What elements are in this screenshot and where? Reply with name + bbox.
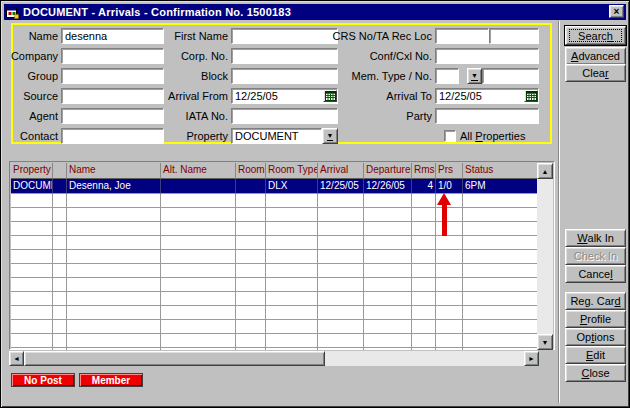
close-window-button[interactable]: Close: [565, 364, 626, 382]
column-header[interactable]: Room: [236, 163, 266, 179]
cell: [364, 222, 412, 236]
property-label: Property: [157, 129, 228, 144]
scroll-right-button[interactable]: ►: [524, 351, 539, 366]
column-header[interactable]: Alt. Name: [161, 163, 236, 179]
column-header[interactable]: Name: [67, 163, 161, 179]
mem-type-input[interactable]: [435, 68, 459, 84]
cell: [161, 292, 236, 306]
cell: [463, 194, 539, 208]
cell: [67, 194, 161, 208]
table-row[interactable]: [11, 250, 539, 264]
cell: [266, 236, 318, 250]
table-row[interactable]: [11, 236, 539, 250]
cell: [67, 334, 161, 348]
window-title: DOCUMENT - Arrivals - Confirmation No. 1…: [23, 6, 291, 18]
ta-rec-loc-input[interactable]: [489, 28, 539, 44]
close-button[interactable]: ×: [609, 5, 624, 18]
column-header[interactable]: Departure: [364, 163, 412, 179]
crs-no-input[interactable]: [435, 28, 489, 44]
group-input[interactable]: [61, 68, 164, 84]
column-header[interactable]: Prs: [436, 163, 463, 179]
contact-input[interactable]: [61, 128, 164, 144]
cell: [67, 250, 161, 264]
scroll-right-icon: ►: [528, 355, 535, 362]
column-header[interactable]: Status: [463, 163, 539, 179]
options-button[interactable]: Options: [565, 328, 626, 346]
cell: [436, 334, 463, 348]
edit-button[interactable]: Edit: [565, 346, 626, 364]
cancel-button[interactable]: Cancel: [565, 265, 626, 283]
advanced-button[interactable]: Advanced: [565, 47, 626, 65]
cell: [161, 250, 236, 264]
cell: [318, 278, 364, 292]
cell: [53, 306, 67, 320]
dropdown-icon: ▼: [327, 132, 334, 141]
table-row[interactable]: [11, 348, 539, 350]
column-header[interactable]: Rms: [412, 163, 436, 179]
cell: 12/26/05: [364, 179, 412, 194]
scrollbar-thumb[interactable]: [24, 351, 325, 366]
scroll-left-button[interactable]: ◄: [9, 351, 24, 366]
table-row[interactable]: [11, 208, 539, 222]
mem-type-lov-button[interactable]: ▼: [467, 68, 482, 84]
name-input[interactable]: [61, 28, 164, 44]
cell: 1/0: [436, 179, 463, 194]
column-header[interactable]: [53, 163, 67, 179]
cell: [463, 320, 539, 334]
table-row[interactable]: [11, 334, 539, 348]
vertical-scrollbar[interactable]: ▲ ▼: [537, 163, 553, 350]
column-header[interactable]: Property: [11, 163, 53, 179]
cell: [436, 264, 463, 278]
table-row[interactable]: [11, 306, 539, 320]
scroll-up-button[interactable]: ▲: [537, 163, 553, 179]
cell: [11, 278, 53, 292]
cell: [436, 278, 463, 292]
table-row[interactable]: [11, 194, 539, 208]
arrival-to-calendar-button[interactable]: [524, 90, 538, 102]
reg-card-button[interactable]: Reg. Card: [565, 292, 626, 310]
conf-cxl-input[interactable]: [435, 48, 539, 64]
results-table: PropertyNameAlt. NameRoomRoom TypeArriva…: [9, 161, 555, 350]
clear-button[interactable]: Clear: [565, 64, 626, 82]
crs-label: CRS No/TA Rec Loc: [321, 29, 432, 44]
party-input[interactable]: [435, 108, 539, 124]
all-properties-checkbox[interactable]: [444, 130, 456, 142]
table-row[interactable]: [11, 320, 539, 334]
source-input[interactable]: [61, 88, 164, 104]
search-button[interactable]: Search: [565, 26, 626, 45]
cell: [436, 306, 463, 320]
table-row[interactable]: [11, 292, 539, 306]
contact-label: Contact: [7, 129, 58, 144]
cell: 6PM: [463, 179, 539, 194]
cell: [236, 320, 266, 334]
column-header[interactable]: Room Type: [266, 163, 318, 179]
cell: 12/25/05: [318, 179, 364, 194]
table-row[interactable]: [11, 222, 539, 236]
no-post-badge[interactable]: No Post: [11, 373, 75, 387]
check-in-button[interactable]: Check In: [565, 247, 626, 265]
cell: [412, 250, 436, 264]
table-row[interactable]: [11, 278, 539, 292]
app-icon: [6, 6, 19, 19]
cell: [11, 194, 53, 208]
member-badge[interactable]: Member: [79, 373, 143, 387]
horizontal-scrollbar[interactable]: ◄ ►: [9, 351, 539, 366]
mem-no-input[interactable]: [482, 68, 539, 84]
walk-in-button[interactable]: Walk In: [565, 229, 626, 247]
agent-input[interactable]: [61, 108, 164, 124]
cell: [436, 222, 463, 236]
property-input[interactable]: [231, 128, 322, 144]
cell: [53, 264, 67, 278]
property-lov-button[interactable]: ▼: [322, 128, 338, 144]
cell: [266, 320, 318, 334]
selected-row[interactable]: DOCUMEDesenna, JoeDLX12/25/0512/26/0541/…: [11, 179, 539, 194]
cell: [364, 208, 412, 222]
scroll-left-icon: ◄: [13, 355, 20, 362]
cell: [161, 306, 236, 320]
company-input[interactable]: [61, 48, 164, 64]
scroll-down-button[interactable]: ▼: [537, 334, 553, 350]
dropdown-icon: ▼: [471, 72, 478, 81]
table-row[interactable]: [11, 264, 539, 278]
profile-button[interactable]: Profile: [565, 310, 626, 328]
column-header[interactable]: Arrival: [318, 163, 364, 179]
